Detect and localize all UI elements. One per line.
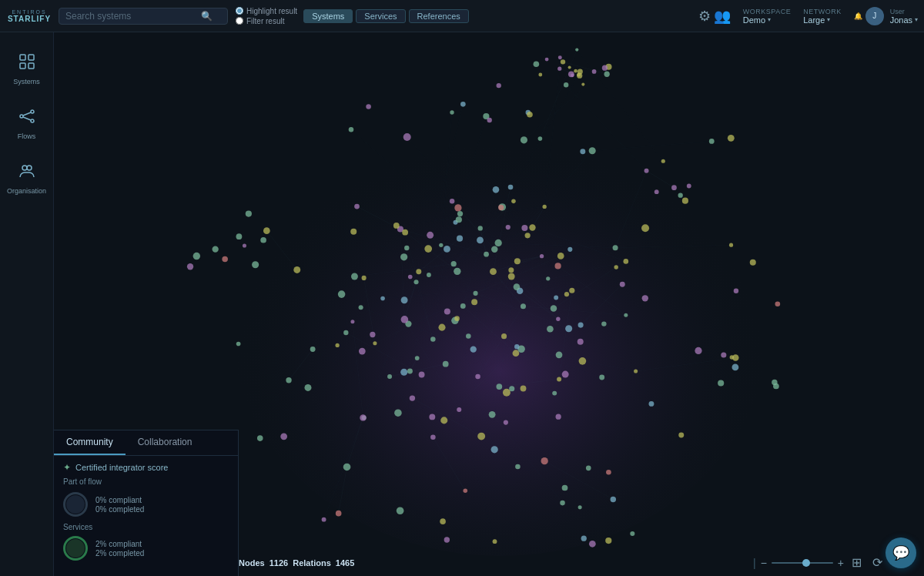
zoom-out-button[interactable]: −: [761, 557, 767, 569]
svg-point-182: [695, 347, 701, 354]
svg-point-179: [578, 339, 584, 345]
svg-point-169: [394, 409, 402, 417]
svg-point-170: [554, 263, 561, 269]
tab-services[interactable]: Services: [356, 9, 405, 23]
svg-point-322: [561, 59, 565, 64]
services-stat: 2% compliant 2% completed: [63, 536, 229, 561]
svg-point-131: [429, 414, 435, 420]
tab-systems[interactable]: Systems: [303, 9, 353, 23]
svg-point-183: [427, 232, 434, 239]
svg-point-157: [496, 383, 502, 390]
svg-point-328: [564, 82, 568, 87]
zoom-controls: | − + ⊞ ⟳: [753, 554, 886, 571]
svg-point-165: [642, 295, 648, 301]
svg-point-159: [732, 354, 739, 361]
svg-point-227: [521, 225, 527, 231]
sidebar-item-organisation[interactable]: Organisation: [4, 154, 50, 203]
svg-point-245: [359, 305, 363, 310]
svg-point-191: [491, 246, 497, 253]
svg-point-142: [293, 266, 300, 273]
svg-point-289: [430, 337, 436, 342]
svg-point-133: [419, 372, 425, 378]
search-options: Highlight result Filter result: [236, 7, 297, 25]
svg-point-332: [558, 55, 562, 59]
svg-point-10: [27, 166, 32, 170]
tab-references[interactable]: References: [409, 9, 469, 23]
svg-point-254: [506, 225, 511, 229]
svg-point-6: [31, 119, 34, 122]
svg-point-279: [560, 501, 565, 506]
zoom-in-button[interactable]: +: [838, 557, 844, 569]
svg-point-271: [508, 185, 514, 190]
svg-point-9: [22, 166, 27, 170]
svg-point-290: [187, 263, 193, 270]
sidebar-item-systems[interactable]: Systems: [4, 45, 50, 93]
svg-point-297: [310, 347, 316, 352]
svg-point-268: [493, 186, 500, 193]
tab-community[interactable]: Community: [54, 430, 126, 455]
highlight-radio[interactable]: [236, 7, 243, 15]
svg-point-178: [718, 380, 724, 386]
svg-point-221: [343, 464, 351, 471]
svg-point-323: [538, 73, 542, 77]
users-nav-icon[interactable]: 👥: [714, 8, 731, 25]
workspace-selector[interactable]: Workspace Demo ▾: [743, 8, 791, 25]
svg-point-201: [489, 411, 496, 418]
svg-point-162: [373, 341, 377, 345]
svg-point-318: [568, 65, 571, 69]
score-icon: ✦: [63, 462, 71, 473]
svg-point-241: [349, 127, 353, 132]
svg-point-259: [335, 343, 339, 347]
svg-point-171: [260, 237, 266, 243]
svg-point-147: [222, 256, 228, 263]
sidebar-item-flows[interactable]: Flows: [4, 99, 50, 148]
search-container: 🔍: [59, 8, 228, 25]
chat-button[interactable]: 💬: [886, 537, 916, 568]
svg-point-5: [31, 110, 34, 113]
svg-rect-2: [20, 63, 25, 69]
svg-point-280: [578, 323, 584, 328]
svg-point-253: [338, 290, 346, 298]
svg-point-260: [546, 276, 550, 280]
svg-point-238: [601, 321, 606, 326]
search-input[interactable]: [65, 11, 196, 22]
svg-point-262: [443, 361, 449, 367]
refresh-control-icon[interactable]: ⟳: [869, 554, 886, 571]
svg-point-242: [475, 374, 480, 380]
filter-result-option[interactable]: Filter result: [236, 17, 297, 25]
network-selector[interactable]: Network Large ▾: [803, 8, 842, 25]
svg-point-175: [487, 118, 491, 122]
svg-point-211: [514, 283, 521, 290]
tab-collaboration[interactable]: Collaboration: [126, 430, 205, 455]
highlight-result-option[interactable]: Highlight result: [236, 7, 297, 15]
group-settings-icon[interactable]: ⚙: [698, 8, 711, 25]
svg-point-215: [400, 369, 407, 376]
svg-point-243: [450, 199, 454, 203]
svg-point-223: [402, 229, 408, 236]
svg-point-310: [569, 288, 574, 293]
svg-point-232: [578, 505, 582, 509]
svg-point-239: [257, 435, 263, 441]
svg-point-188: [444, 246, 450, 253]
svg-point-139: [541, 457, 547, 464]
svg-point-240: [521, 136, 527, 143]
svg-point-250: [484, 252, 489, 257]
svg-point-173: [644, 169, 649, 173]
settings-control-icon[interactable]: ⊞: [849, 554, 865, 571]
systems-icon: [18, 52, 36, 75]
svg-point-237: [477, 237, 484, 244]
svg-point-298: [773, 383, 779, 390]
zoom-slider[interactable]: [772, 562, 833, 564]
svg-point-255: [474, 291, 478, 296]
filter-radio[interactable]: [236, 17, 243, 25]
svg-point-258: [540, 254, 544, 258]
user-menu[interactable]: 🔔 J User Jonas ▾: [854, 7, 918, 25]
svg-point-164: [413, 280, 418, 284]
svg-point-236: [193, 253, 200, 260]
svg-point-256: [554, 296, 558, 300]
svg-point-219: [525, 233, 531, 238]
svg-point-231: [678, 433, 684, 438]
svg-point-208: [404, 246, 409, 250]
svg-point-168: [463, 488, 467, 493]
organisation-icon: [18, 162, 36, 184]
